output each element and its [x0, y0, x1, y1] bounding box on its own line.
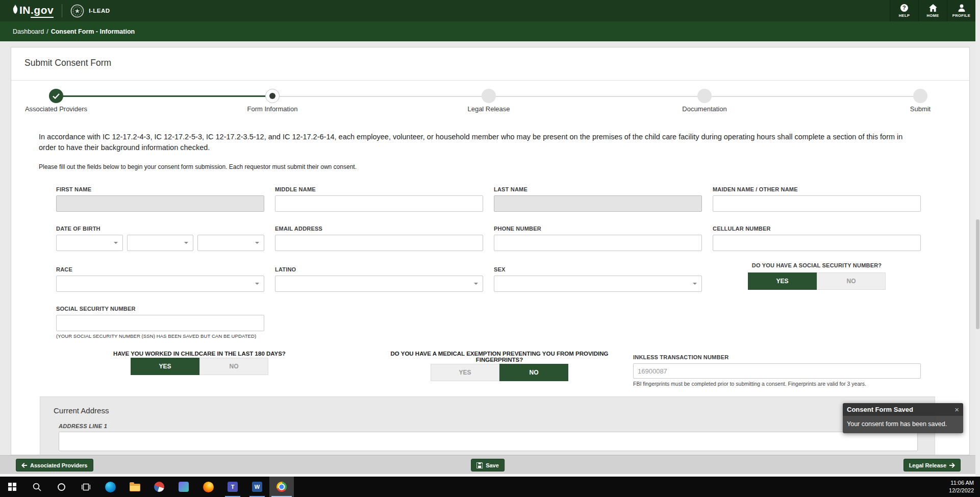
- torch-flame-icon: [12, 5, 18, 14]
- childcare-no-button[interactable]: NO: [199, 358, 268, 375]
- dob-day-select[interactable]: [127, 235, 194, 251]
- step-submit[interactable]: Submit: [864, 86, 970, 113]
- edge-button[interactable]: [98, 477, 122, 497]
- breadcrumb-dashboard[interactable]: Dashboard: [13, 28, 44, 35]
- profile-label: PROFILE: [952, 13, 970, 18]
- cellular-input[interactable]: [713, 235, 921, 251]
- toast-close-icon[interactable]: ×: [954, 406, 959, 413]
- start-button[interactable]: [0, 477, 24, 497]
- field-middle-name: MIDDLE NAME: [275, 186, 483, 212]
- firefox-button[interactable]: [196, 477, 220, 497]
- maiden-name-input[interactable]: [713, 195, 921, 212]
- ingov-logo[interactable]: IN.gov: [12, 4, 54, 18]
- step-associated-providers[interactable]: Associated Providers: [11, 86, 112, 113]
- email-label: EMAIL ADDRESS: [275, 226, 483, 232]
- step-active-icon: [265, 89, 280, 103]
- step-label: Form Information: [216, 105, 329, 113]
- has-ssn-no-button[interactable]: NO: [817, 272, 886, 290]
- step-pending-icon: [482, 89, 496, 103]
- word-button[interactable]: W: [245, 477, 269, 497]
- back-button-label: Associated Providers: [30, 462, 88, 468]
- cortana-button[interactable]: [49, 477, 73, 497]
- dob-month-select[interactable]: [56, 235, 123, 251]
- middle-name-input[interactable]: [275, 195, 483, 212]
- breadcrumb-separator: /: [46, 28, 48, 35]
- field-date-of-birth: DATE OF BIRTH: [56, 226, 264, 251]
- file-explorer-icon: [130, 484, 140, 491]
- word-icon: W: [252, 482, 262, 492]
- field-phone: PHONE NUMBER: [494, 226, 702, 251]
- consent-form: FIRST NAME MIDDLE NAME LAST NAME MAIDEN …: [56, 186, 921, 390]
- inkless-input[interactable]: [633, 363, 921, 379]
- windows-taskbar: T W 11:06 AM 12/2/2022: [0, 477, 980, 497]
- taskbar-clock[interactable]: 11:06 AM 12/2/2022: [949, 477, 980, 497]
- race-label: RACE: [56, 266, 264, 272]
- ssn-input[interactable]: [56, 315, 264, 331]
- childcare-yes-button[interactable]: YES: [131, 358, 199, 375]
- maiden-name-label: MAIDEN NAME / OTHER NAME: [713, 186, 921, 192]
- has-ssn-label: DO YOU HAVE A SOCIAL SECURITY NUMBER?: [752, 262, 882, 268]
- task-view-button[interactable]: [73, 477, 98, 497]
- step-form-information[interactable]: Form Information: [216, 86, 329, 113]
- toast-message: Your consent form has been saved.: [843, 416, 963, 433]
- field-last-name: LAST NAME: [494, 186, 702, 212]
- step-documentation[interactable]: Documentation: [648, 86, 761, 113]
- field-cellular: CELLULAR NUMBER: [713, 226, 921, 251]
- back-button[interactable]: Associated Providers: [16, 459, 93, 471]
- medical-question-label: DO YOU HAVE A MEDICAL EXEMPTION PREVENTI…: [372, 351, 627, 363]
- pinned-app-2-icon: [179, 482, 189, 492]
- sex-select[interactable]: [494, 276, 702, 292]
- help-button[interactable]: ? HELP: [890, 0, 918, 21]
- taskbar-search-button[interactable]: [24, 477, 49, 497]
- address-line1-input[interactable]: [59, 432, 918, 451]
- pinned-app-2-button[interactable]: [171, 477, 196, 497]
- latino-select[interactable]: [275, 276, 483, 292]
- page-title: Submit Consent Form: [24, 58, 969, 68]
- middle-name-label: MIDDLE NAME: [275, 186, 483, 192]
- toast-title: Consent Form Saved: [847, 406, 913, 413]
- intro-instructions: Please fill out the fields below to begi…: [39, 163, 969, 170]
- help-label: HELP: [899, 13, 910, 18]
- task-view-icon: [82, 483, 90, 491]
- file-explorer-button[interactable]: [122, 477, 147, 497]
- home-button[interactable]: HOME: [918, 0, 947, 21]
- teams-icon: T: [228, 482, 238, 492]
- childcare-question-label: HAVE YOU WORKED IN CHILDCARE IN THE LAST…: [113, 351, 286, 357]
- step-label: Documentation: [648, 105, 761, 113]
- stepper-line-pending: [272, 96, 920, 97]
- firefox-icon: [203, 482, 214, 492]
- pinned-app-1-button[interactable]: [147, 477, 171, 497]
- toast-notification: Consent Form Saved × Your consent form h…: [843, 403, 963, 433]
- app-name: I-LEAD: [89, 8, 110, 14]
- intro-paragraph: In accordance with IC 12-17.2-4-3, IC 12…: [39, 132, 903, 153]
- medical-no-button[interactable]: NO: [499, 364, 568, 381]
- logo-prefix: IN: [19, 4, 31, 16]
- teams-button[interactable]: T: [220, 477, 245, 497]
- chrome-button[interactable]: [269, 477, 294, 497]
- clock-time: 11:06 AM: [949, 479, 974, 487]
- fbi-note: FBI fingerprints must be completed prior…: [633, 381, 921, 387]
- step-label: Associated Providers: [11, 105, 112, 113]
- first-name-label: FIRST NAME: [56, 186, 264, 192]
- email-input[interactable]: [275, 235, 483, 251]
- cellular-label: CELLULAR NUMBER: [713, 226, 921, 232]
- edge-icon: [105, 482, 116, 492]
- profile-button[interactable]: PROFILE: [947, 0, 975, 21]
- race-select[interactable]: [56, 276, 264, 292]
- field-first-name: FIRST NAME: [56, 186, 264, 212]
- field-medical-exemption: DO YOU HAVE A MEDICAL EXEMPTION PREVENTI…: [372, 351, 627, 381]
- last-name-label: LAST NAME: [494, 186, 702, 192]
- cortana-icon: [58, 483, 65, 491]
- medical-yes-button[interactable]: YES: [431, 364, 499, 381]
- taskbar-spacer: [294, 477, 949, 497]
- save-button[interactable]: Save: [471, 459, 505, 471]
- next-button[interactable]: Legal Release: [903, 459, 961, 471]
- has-ssn-yes-button[interactable]: YES: [748, 272, 817, 290]
- scrollbar-thumb[interactable]: [976, 219, 979, 329]
- step-legal-release[interactable]: Legal Release: [433, 86, 545, 113]
- progress-stepper: Associated Providers Form Information Le…: [11, 86, 969, 114]
- search-icon: [33, 483, 41, 491]
- dob-year-select[interactable]: [197, 235, 264, 251]
- phone-input[interactable]: [494, 235, 702, 251]
- vertical-scrollbar[interactable]: [975, 0, 980, 477]
